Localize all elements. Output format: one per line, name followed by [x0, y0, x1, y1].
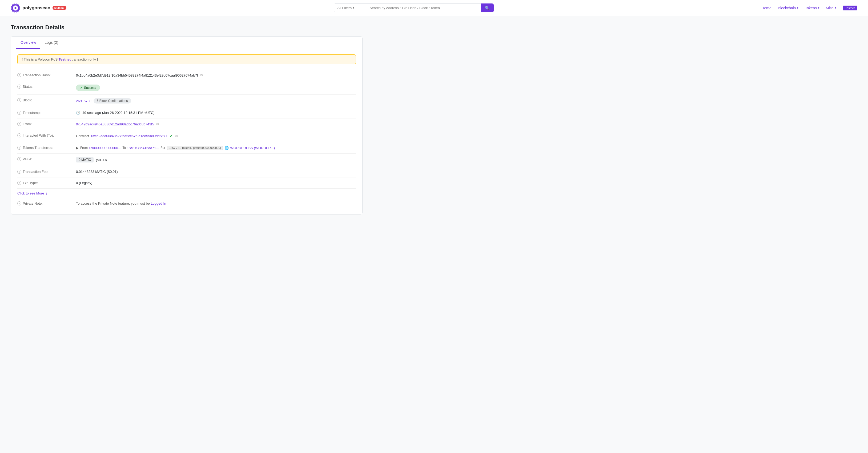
- interacted-row: ? Interacted With (To): Contract 0xcd2ad…: [17, 130, 356, 142]
- token-transfer-detail: ▶ From 0x0000000000000... To 0x51c38b415…: [76, 146, 275, 150]
- svg-point-3: [14, 7, 16, 9]
- txn-type-help-icon[interactable]: ?: [17, 181, 21, 185]
- fee-help-icon[interactable]: ?: [17, 170, 21, 174]
- status-label: ? Status:: [17, 85, 76, 89]
- token-to-address[interactable]: 0x51c38b415aa71...: [127, 146, 159, 150]
- tab-logs[interactable]: Logs (2): [40, 36, 62, 49]
- nav-tokens[interactable]: Tokens ▾: [805, 6, 819, 10]
- testnet-badge: Testnet: [843, 6, 857, 10]
- block-row: ? Block: 26915730 6 Block Confirmations: [17, 95, 356, 107]
- header: polygonscan Mumbai All Filters ▾ 🔍 Home …: [0, 0, 868, 16]
- card-body: [ This is a Polygon PoS Testnet transact…: [11, 49, 362, 214]
- from-row: ? From: 0x542b9ac4945a3836fd12ad98acbc76…: [17, 118, 356, 130]
- from-value: 0x542b9ac4945a3836fd12ad98acbc76a0c8b743…: [76, 122, 356, 126]
- tabs: Overview Logs (2): [11, 36, 362, 49]
- erc-badge: ERC-721 TokenID [9498609000000000]: [167, 146, 223, 150]
- private-note-label: ? Private Note:: [17, 201, 76, 205]
- fee-row: ? Transaction Fee: 0.01443233 MATIC ($0.…: [17, 166, 356, 177]
- block-confirmations-badge: 6 Block Confirmations: [94, 98, 131, 104]
- logo[interactable]: polygonscan Mumbai: [11, 3, 66, 13]
- private-note-row: ? Private Note: To access the Private No…: [17, 198, 356, 209]
- interacted-help-icon[interactable]: ?: [17, 133, 21, 137]
- nav-blockchain[interactable]: Blockchain ▾: [778, 6, 799, 10]
- contract-address-link[interactable]: 0xcd2ada00c48a27faa5cc67f9a1ed55b89ddf7f…: [91, 134, 167, 138]
- status-badge: Success: [76, 85, 100, 91]
- block-number-link[interactable]: 26915730: [76, 99, 91, 103]
- matic-badge: 0 MATIC: [76, 157, 94, 163]
- from-copy-icon[interactable]: ⧉: [156, 122, 159, 126]
- interacted-value: Contract 0xcd2ada00c48a27faa5cc67f9a1ed5…: [76, 133, 356, 138]
- txn-hash-value: 0x1bb4a0b2e3d7d912f10a34bb54583274f4a812…: [76, 73, 356, 77]
- txn-type-value: 0 (Legacy): [76, 181, 356, 185]
- testnet-alert: [ This is a Polygon PoS Testnet transact…: [17, 54, 356, 64]
- timestamp-value: 🕐 49 secs ago (Jun-26-2022 12:15:31 PM +…: [76, 111, 356, 115]
- block-help-icon[interactable]: ?: [17, 98, 21, 102]
- private-note-value: To access the Private Note feature, you …: [76, 201, 356, 205]
- filter-chevron-icon: ▾: [353, 6, 354, 9]
- from-address-link[interactable]: 0x542b9ac4945a3836fd12ad98acbc76a0c8b743…: [76, 122, 154, 126]
- txn-type-label: ? Txn Type:: [17, 181, 76, 185]
- transaction-card: Overview Logs (2) [ This is a Polygon Po…: [11, 36, 363, 215]
- value-row: ? Value: 0 MATIC ($0.00): [17, 154, 356, 166]
- logo-icon: [11, 3, 20, 13]
- timestamp-help-icon[interactable]: ?: [17, 111, 21, 115]
- see-more-down-icon: ↓: [45, 191, 48, 195]
- token-expand-icon[interactable]: ▶: [76, 146, 79, 150]
- txn-hash-row: ? Transaction Hash: 0x1bb4a0b2e3d7d912f1…: [17, 69, 356, 81]
- main-content: Transaction Details Overview Logs (2) [ …: [0, 16, 373, 223]
- block-value: 26915730 6 Block Confirmations: [76, 98, 356, 104]
- see-more-button[interactable]: Click to see More ↓: [17, 189, 356, 198]
- nav-misc[interactable]: Misc ▾: [826, 6, 836, 10]
- tokens-row: ? Tokens Transferred: ▶ From 0x000000000…: [17, 142, 356, 154]
- tab-overview[interactable]: Overview: [16, 36, 40, 49]
- clock-icon: 🕐: [76, 111, 80, 115]
- status-help-icon[interactable]: ?: [17, 85, 21, 89]
- txn-type-row: ? Txn Type: 0 (Legacy): [17, 177, 356, 189]
- fee-label: ? Transaction Fee:: [17, 170, 76, 174]
- from-label: ? From:: [17, 122, 76, 126]
- txn-hash-copy-icon[interactable]: ⧉: [200, 73, 203, 77]
- tokens-label: ? Tokens Transferred:: [17, 146, 76, 150]
- misc-chevron-icon: ▾: [835, 6, 836, 9]
- nav-home[interactable]: Home: [762, 6, 771, 10]
- tokens-value: ▶ From 0x0000000000000... To 0x51c38b415…: [76, 146, 356, 150]
- from-help-icon[interactable]: ?: [17, 122, 21, 126]
- txn-hash-label: ? Transaction Hash:: [17, 73, 76, 77]
- header-nav: Home Blockchain ▾ Tokens ▾ Misc ▾ Testne…: [762, 6, 857, 10]
- private-note-help-icon[interactable]: ?: [17, 201, 21, 205]
- interacted-label: ? Interacted With (To):: [17, 133, 76, 137]
- search-bar: All Filters ▾ 🔍: [334, 3, 494, 12]
- search-input[interactable]: [366, 3, 480, 12]
- fee-value: 0.01443233 MATIC ($0.01): [76, 170, 356, 174]
- login-link[interactable]: Logged In: [151, 201, 166, 205]
- timestamp-label: ? Timestamp:: [17, 111, 76, 115]
- search-icon: 🔍: [485, 6, 490, 10]
- txn-hash-help-icon[interactable]: ?: [17, 73, 21, 77]
- token-from-address[interactable]: 0x0000000000000...: [89, 146, 121, 150]
- value-label: ? Value:: [17, 157, 76, 161]
- verified-icon: ✔: [169, 133, 173, 138]
- header-left: polygonscan Mumbai: [11, 3, 66, 13]
- status-value: Success: [76, 85, 356, 91]
- tokens-chevron-icon: ▾: [818, 6, 819, 9]
- search-button[interactable]: 🔍: [480, 3, 494, 12]
- blockchain-chevron-icon: ▾: [797, 6, 799, 9]
- status-row: ? Status: Success: [17, 81, 356, 95]
- block-label: ? Block:: [17, 98, 76, 102]
- search-filter-dropdown[interactable]: All Filters ▾: [334, 3, 366, 12]
- mumbai-badge: Mumbai: [53, 6, 66, 10]
- token-icon: 🌐: [224, 146, 229, 150]
- contract-copy-icon[interactable]: ⧉: [175, 134, 178, 138]
- see-more-link[interactable]: Click to see More: [17, 191, 44, 195]
- value-help-icon[interactable]: ?: [17, 157, 21, 161]
- token-name-link[interactable]: WORDPRESS (WORDPR...): [230, 146, 275, 150]
- page-title: Transaction Details: [11, 24, 363, 31]
- logo-text: polygonscan: [22, 5, 51, 11]
- tokens-help-icon[interactable]: ?: [17, 146, 21, 150]
- timestamp-row: ? Timestamp: 🕐 49 secs ago (Jun-26-2022 …: [17, 107, 356, 118]
- value-value: 0 MATIC ($0.00): [76, 157, 356, 163]
